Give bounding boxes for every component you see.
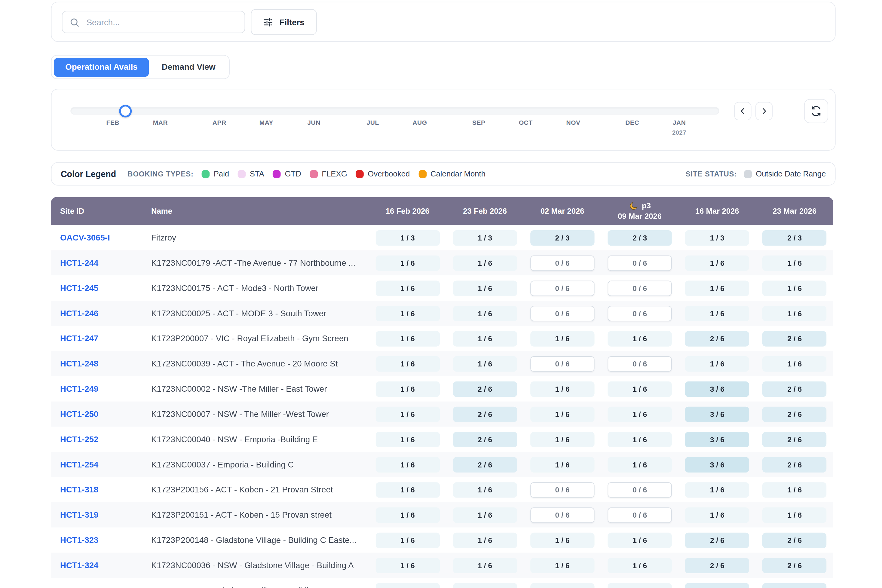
availability-cell[interactable]: 0 / 6 (530, 280, 594, 296)
availability-cell[interactable]: 1 / 6 (375, 583, 440, 588)
availability-cell[interactable]: 0 / 6 (530, 482, 594, 497)
site-id-link[interactable]: HCT1-325 (51, 586, 99, 588)
availability-cell[interactable]: 2 / 6 (685, 532, 749, 548)
site-id-link[interactable]: HCT1-248 (51, 359, 99, 368)
availability-cell[interactable]: 1 / 6 (685, 507, 749, 522)
availability-cell[interactable]: 0 / 6 (608, 482, 672, 497)
availability-cell[interactable]: 1 / 6 (375, 280, 440, 296)
availability-cell[interactable]: 1 / 6 (608, 558, 672, 573)
availability-cell[interactable]: 2 / 6 (763, 457, 826, 472)
availability-cell[interactable]: 1 / 6 (608, 406, 672, 422)
availability-cell[interactable]: 0 / 6 (530, 255, 594, 270)
availability-cell[interactable]: 1 / 6 (685, 305, 749, 321)
availability-cell[interactable]: 0 / 6 (608, 507, 672, 522)
availability-cell[interactable]: 1 / 6 (608, 432, 672, 447)
availability-cell[interactable]: 2 / 6 (763, 583, 826, 588)
site-id-link[interactable]: HCT1-323 (51, 536, 99, 544)
availability-cell[interactable]: 2 / 6 (453, 406, 517, 422)
availability-cell[interactable]: 3 / 6 (685, 432, 749, 447)
timeline-track[interactable] (70, 107, 719, 114)
availability-cell[interactable]: 1 / 6 (453, 482, 517, 497)
availability-cell[interactable]: 3 / 6 (685, 457, 749, 472)
availability-cell[interactable]: 1 / 6 (375, 432, 440, 447)
availability-cell[interactable]: 1 / 6 (608, 331, 672, 346)
availability-cell[interactable]: 0 / 6 (530, 507, 594, 522)
availability-cell[interactable]: 1 / 6 (530, 558, 594, 573)
availability-cell[interactable]: 2 / 6 (763, 558, 826, 573)
timeline-prev-button[interactable] (734, 102, 751, 120)
tab-operational-avails[interactable]: Operational Avails (54, 57, 149, 76)
availability-cell[interactable]: 2 / 6 (685, 558, 749, 573)
availability-cell[interactable]: 1 / 6 (453, 356, 517, 371)
site-id-link[interactable]: HCT1-254 (51, 460, 99, 469)
availability-cell[interactable]: 2 / 6 (763, 532, 826, 548)
availability-cell[interactable]: 0 / 6 (608, 280, 672, 296)
site-id-link[interactable]: HCT1-250 (51, 410, 99, 418)
availability-cell[interactable]: 1 / 6 (453, 331, 517, 346)
availability-cell[interactable]: 0 / 6 (608, 255, 672, 270)
availability-cell[interactable]: 1 / 6 (375, 255, 440, 270)
availability-cell[interactable]: 0 / 6 (530, 305, 594, 321)
availability-cell[interactable]: 1 / 6 (763, 280, 826, 296)
availability-cell[interactable]: 1 / 6 (530, 432, 594, 447)
availability-cell[interactable]: 1 / 6 (530, 381, 594, 396)
availability-cell[interactable]: 1 / 6 (685, 482, 749, 497)
availability-cell[interactable]: 0 / 6 (608, 305, 672, 321)
site-id-link[interactable]: HCT1-245 (51, 284, 99, 292)
availability-cell[interactable]: 3 / 6 (685, 381, 749, 396)
availability-cell[interactable]: 1 / 6 (453, 305, 517, 321)
availability-cell[interactable]: 2 / 6 (763, 432, 826, 447)
search-input[interactable] (86, 17, 238, 27)
availability-cell[interactable]: 1 / 6 (763, 482, 826, 497)
site-id-link[interactable]: HCT1-324 (51, 561, 99, 570)
availability-cell[interactable]: 1 / 6 (375, 381, 440, 396)
availability-cell[interactable]: 1 / 6 (375, 406, 440, 422)
availability-cell[interactable]: 1 / 6 (375, 305, 440, 321)
site-id-link[interactable]: OACV-3065-I (51, 233, 110, 242)
availability-cell[interactable]: 1 / 6 (375, 507, 440, 522)
availability-cell[interactable]: 1 / 6 (453, 532, 517, 548)
site-id-link[interactable]: HCT1-246 (51, 309, 99, 318)
availability-cell[interactable]: 2 / 6 (685, 331, 749, 346)
filters-button[interactable]: Filters (251, 9, 316, 35)
availability-cell[interactable]: 2 / 3 (763, 230, 826, 245)
availability-cell[interactable]: 1 / 6 (763, 255, 826, 270)
availability-cell[interactable]: 1 / 6 (375, 532, 440, 548)
availability-cell[interactable]: 1 / 6 (685, 280, 749, 296)
availability-cell[interactable]: 1 / 3 (375, 230, 440, 245)
availability-cell[interactable]: 1 / 6 (608, 583, 672, 588)
availability-cell[interactable]: 1 / 6 (685, 255, 749, 270)
availability-cell[interactable]: 1 / 6 (375, 558, 440, 573)
search-box[interactable] (62, 11, 245, 33)
availability-cell[interactable]: 2 / 3 (608, 230, 672, 245)
availability-cell[interactable]: 1 / 6 (530, 532, 594, 548)
availability-cell[interactable]: 2 / 6 (763, 406, 826, 422)
site-id-link[interactable]: HCT1-318 (51, 485, 99, 494)
refresh-button[interactable] (804, 99, 828, 123)
availability-cell[interactable]: 2 / 6 (453, 457, 517, 472)
availability-cell[interactable]: 1 / 6 (763, 356, 826, 371)
availability-cell[interactable]: 2 / 3 (530, 230, 594, 245)
availability-cell[interactable]: 1 / 6 (608, 532, 672, 548)
site-id-link[interactable]: HCT1-247 (51, 334, 99, 343)
availability-cell[interactable]: 2 / 6 (763, 331, 826, 346)
availability-cell[interactable]: 1 / 6 (763, 305, 826, 321)
availability-cell[interactable]: 3 / 6 (685, 406, 749, 422)
availability-cell[interactable]: 1 / 6 (453, 507, 517, 522)
availability-cell[interactable]: 1 / 3 (685, 230, 749, 245)
site-id-link[interactable]: HCT1-249 (51, 384, 99, 393)
availability-cell[interactable]: 2 / 6 (685, 583, 749, 588)
availability-cell[interactable]: 1 / 6 (453, 255, 517, 270)
availability-cell[interactable]: 1 / 3 (453, 230, 517, 245)
timeline-next-button[interactable] (756, 102, 772, 120)
availability-cell[interactable]: 1 / 6 (453, 280, 517, 296)
site-id-link[interactable]: HCT1-319 (51, 510, 99, 519)
availability-cell[interactable]: 1 / 6 (530, 457, 594, 472)
availability-cell[interactable]: 1 / 6 (530, 406, 594, 422)
availability-cell[interactable]: 2 / 6 (453, 381, 517, 396)
tab-demand-view[interactable]: Demand View (150, 57, 227, 76)
availability-cell[interactable]: 1 / 6 (375, 356, 440, 371)
availability-cell[interactable]: 0 / 6 (608, 356, 672, 371)
timeline-handle[interactable] (119, 105, 132, 117)
availability-cell[interactable]: 2 / 6 (763, 381, 826, 396)
